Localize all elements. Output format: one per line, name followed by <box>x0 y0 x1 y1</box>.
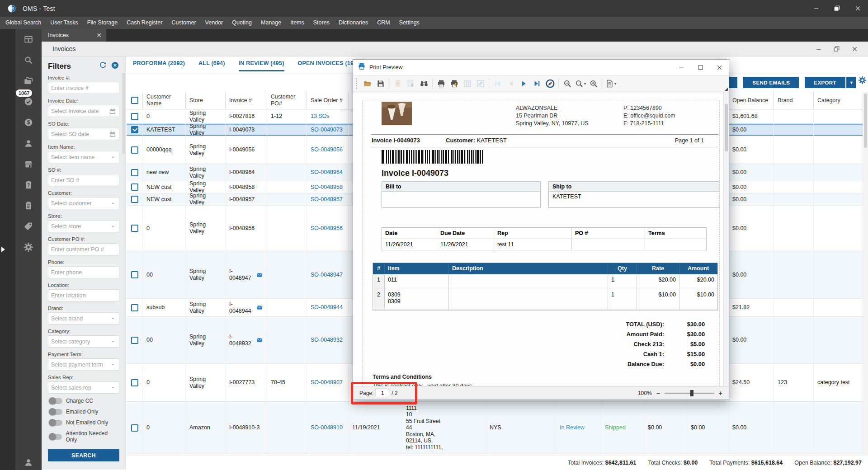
panel-minimize-button[interactable] <box>809 43 827 55</box>
menu-item-vendor[interactable]: Vendor <box>201 17 228 29</box>
navigator-icon[interactable] <box>543 77 557 90</box>
menu-item-items[interactable]: Items <box>286 17 309 29</box>
sale-order-link[interactable]: SO-0049056 <box>311 146 343 153</box>
toggle-charge-cc[interactable]: Charge CC <box>49 398 119 404</box>
sale-order-link[interactable]: SO-0048910 <box>311 424 343 431</box>
toggle-switch[interactable] <box>49 398 62 404</box>
filters-scrollbar[interactable] <box>122 73 125 154</box>
zoom-slider-thumb[interactable] <box>690 390 693 396</box>
menu-item-crm[interactable]: CRM <box>373 17 394 29</box>
row-checkbox[interactable] <box>131 379 138 386</box>
row-checkbox-cell[interactable] <box>127 136 143 164</box>
next-page-icon[interactable] <box>517 77 530 90</box>
row-checkbox-cell[interactable] <box>127 402 143 454</box>
menu-item-quoting[interactable]: Quoting <box>227 17 256 29</box>
sale-order-link[interactable]: SO-0049073 <box>311 127 343 133</box>
open-folder-icon[interactable] <box>361 77 374 90</box>
menu-item-settings[interactable]: Settings <box>395 17 424 29</box>
filter-input-so[interactable]: Enter SO # <box>48 174 119 186</box>
chevron-down-icon[interactable] <box>110 338 116 345</box>
row-checkbox[interactable] <box>131 304 138 311</box>
filter-input-item-name[interactable]: Select item name <box>48 151 119 163</box>
filter-input-location[interactable]: Enter location <box>48 289 119 301</box>
filter-input-sales-rep[interactable]: Select sales rep <box>48 381 119 394</box>
row-checkbox[interactable] <box>131 169 138 176</box>
sale-order-link[interactable]: SO-0048964 <box>311 169 343 176</box>
panel-restore-button[interactable] <box>827 43 845 55</box>
tab-close-icon[interactable]: ✕ <box>96 32 102 39</box>
filter-input-customer[interactable]: Select customer <box>48 197 119 209</box>
chevron-down-icon[interactable] <box>110 200 116 207</box>
menu-item-cash-register[interactable]: Cash Register <box>122 17 167 29</box>
chevron-down-icon[interactable] <box>110 223 116 230</box>
chevron-down-icon[interactable] <box>110 362 116 368</box>
sidebar-customer-icon[interactable] <box>15 133 42 154</box>
row-checkbox[interactable] <box>131 271 138 278</box>
refresh-icon[interactable] <box>99 61 107 71</box>
toggle-switch[interactable] <box>49 409 62 415</box>
row-checkbox-cell[interactable] <box>127 364 143 401</box>
select-all-checkbox-cell[interactable] <box>127 92 143 109</box>
sale-order-link[interactable]: SO-0048958 <box>311 184 343 191</box>
sale-order-link[interactable]: SO-0048907 <box>311 379 343 386</box>
table-scrollbar[interactable] <box>863 92 868 455</box>
sale-order-link[interactable]: SO-0048957 <box>311 196 343 203</box>
menu-item-stores[interactable]: Stores <box>309 17 334 29</box>
chevron-down-icon[interactable] <box>110 315 116 322</box>
toolbar-drag-handle[interactable] <box>356 78 359 89</box>
export-dropdown-button[interactable]: ▼ <box>846 77 856 88</box>
sale-order-link[interactable]: SO-0048947 <box>311 272 343 278</box>
row-checkbox-cell[interactable] <box>127 299 143 316</box>
row-checkbox[interactable] <box>131 424 138 432</box>
menu-item-manage[interactable]: Manage <box>256 17 286 29</box>
print-icon[interactable] <box>434 77 448 90</box>
filter-input-so-date[interactable]: Select SO date <box>48 128 119 140</box>
row-checkbox[interactable] <box>131 337 138 344</box>
dialog-maximize-button[interactable] <box>691 60 710 75</box>
export-button[interactable]: EXPORT <box>805 77 845 88</box>
zoom-icon[interactable]: ▾ <box>574 77 587 90</box>
last-page-icon[interactable] <box>530 77 543 90</box>
row-checkbox-cell[interactable] <box>127 193 143 205</box>
zoom-in-button[interactable]: + <box>719 390 722 396</box>
sidebar-folders-icon[interactable] <box>15 70 42 91</box>
preview-scrollbar[interactable] <box>723 92 729 386</box>
tab-in-review-495-[interactable]: IN REVIEW (495) <box>239 60 284 71</box>
window-close-button[interactable] <box>847 0 868 17</box>
page-setup-icon[interactable]: ▾ <box>604 77 617 90</box>
zoom-slider[interactable] <box>665 390 714 396</box>
filter-input-invoice-date[interactable]: Select Invoice date <box>48 105 119 117</box>
toggle-not-emailed-only[interactable]: Not Emailed Only <box>49 419 119 426</box>
filter-input-category[interactable]: Select category <box>48 335 119 348</box>
sidebar-clipboard-question-icon[interactable]: ? <box>15 174 42 195</box>
sidebar-search-icon[interactable] <box>15 50 42 70</box>
menu-item-dictionaries[interactable]: Dictionaries <box>334 17 373 29</box>
sale-order-link[interactable]: SO-0048956 <box>311 225 343 232</box>
toggle-emailed-only[interactable]: Emailed Only <box>49 409 119 415</box>
row-checkbox-cell[interactable] <box>127 124 143 136</box>
tab-open-invoices-199-[interactable]: OPEN INVOICES (199) <box>298 60 359 71</box>
filter-input-customer-po[interactable]: Enter customer PO # <box>48 243 119 255</box>
grid-settings-gear-icon[interactable] <box>858 76 867 86</box>
row-checkbox-cell[interactable] <box>127 206 143 251</box>
row-checkbox[interactable] <box>131 126 138 133</box>
filter-input-invoice[interactable]: Enter invoice # <box>48 82 119 94</box>
row-checkbox[interactable] <box>131 225 138 232</box>
panel-close-button[interactable] <box>845 43 863 55</box>
row-checkbox-cell[interactable] <box>127 181 143 193</box>
sale-order-link[interactable]: SO-0048944 <box>311 304 343 311</box>
row-checkbox-cell[interactable] <box>127 109 143 123</box>
toggle-switch[interactable] <box>49 420 62 426</box>
sidebar-gear-icon[interactable] <box>15 237 42 258</box>
select-all-checkbox[interactable] <box>131 97 138 104</box>
tab-proforma-2092-[interactable]: PROFORMA (2092) <box>133 60 185 71</box>
row-checkbox-cell[interactable] <box>127 251 143 298</box>
zoom-in-icon[interactable] <box>587 77 600 90</box>
toggle-switch[interactable] <box>49 434 62 440</box>
row-checkbox-cell[interactable] <box>127 317 143 363</box>
calendar-icon[interactable] <box>109 131 116 138</box>
dialog-minimize-button[interactable] <box>672 60 691 75</box>
chevron-down-icon[interactable] <box>110 385 116 391</box>
sidebar-user-icon[interactable] <box>15 457 42 467</box>
menu-item-global-search[interactable]: Global Search <box>1 17 46 29</box>
